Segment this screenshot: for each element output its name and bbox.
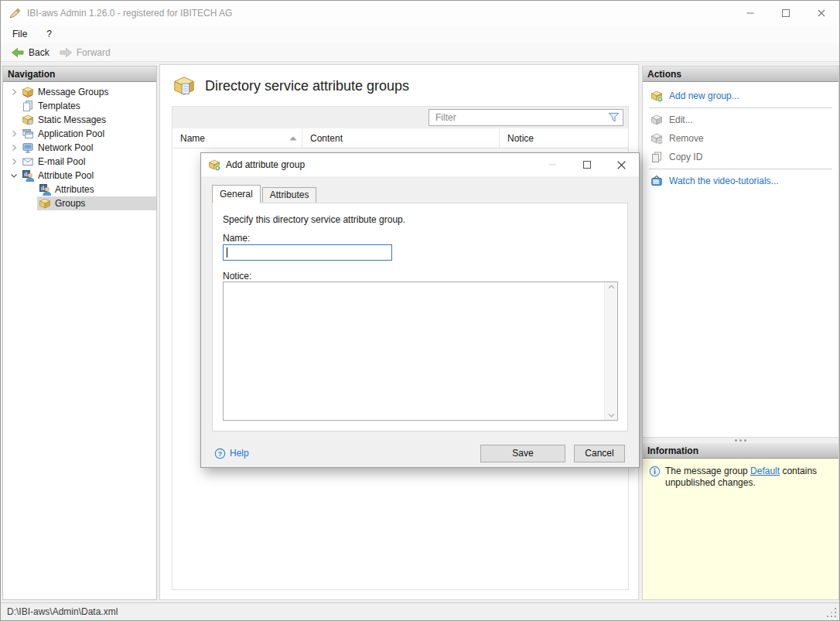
- notice-textarea[interactable]: [223, 281, 618, 421]
- actions-header: Actions: [643, 67, 838, 82]
- sidebar-item-application-pool[interactable]: Application Pool: [3, 127, 156, 141]
- back-button[interactable]: Back: [6, 45, 54, 60]
- dialog-title: Add attribute group: [226, 159, 534, 170]
- chevron-right-icon[interactable]: [8, 143, 20, 152]
- sidebar-item-static-messages[interactable]: Static Messages: [3, 113, 156, 127]
- item-label: E-mail Pool: [38, 156, 85, 167]
- chevron-right-icon[interactable]: [8, 157, 20, 166]
- add-attribute-group-dialog: Add attribute group General Attributes S…: [200, 152, 640, 468]
- forward-label: Forward: [77, 47, 111, 58]
- toolbar: Back Forward: [1, 43, 839, 62]
- column-header-content[interactable]: Content: [302, 128, 500, 148]
- filter-funnel-icon[interactable]: [608, 112, 620, 123]
- sidebar-item-email-pool[interactable]: E-mail Pool: [3, 155, 156, 169]
- sidebar-item-message-groups[interactable]: Message Groups: [3, 85, 156, 99]
- sort-ascending-icon: [289, 136, 297, 141]
- add-group-icon: [208, 159, 220, 171]
- table-header: Name Content Notice: [172, 128, 628, 148]
- templates-icon: [22, 100, 34, 112]
- dialog-close-button[interactable]: [604, 153, 639, 176]
- filter-band: [172, 107, 628, 128]
- statusbar: D:\IBI-aws\Admin\Data.xml: [1, 602, 839, 620]
- static-messages-icon: [22, 114, 34, 126]
- item-label: Network Pool: [38, 142, 93, 153]
- app-window: IBI-aws Admin 1.26.0 - registered for IB…: [0, 0, 840, 621]
- tab-attributes[interactable]: Attributes: [262, 187, 317, 203]
- minimize-icon: [548, 160, 557, 169]
- dialog-minimize-button: [534, 153, 569, 176]
- item-label: Attributes: [55, 184, 94, 195]
- item-label: Attribute Pool: [38, 170, 94, 181]
- svg-text:?: ?: [218, 449, 222, 457]
- sidebar-item-attribute-pool[interactable]: Attribute Pool: [3, 169, 156, 183]
- chevron-right-icon[interactable]: [8, 129, 20, 138]
- sidebar-item-templates[interactable]: Templates: [3, 99, 156, 113]
- dialog-titlebar: Add attribute group: [201, 153, 639, 176]
- sidebar-item-network-pool[interactable]: Network Pool: [3, 141, 156, 155]
- group-name-input[interactable]: [224, 245, 391, 260]
- separator: [649, 107, 832, 108]
- titlebar: IBI-aws Admin 1.26.0 - registered for IB…: [1, 1, 839, 25]
- scroll-up-icon[interactable]: [608, 285, 615, 289]
- filter-input[interactable]: [429, 109, 623, 126]
- close-icon: [817, 9, 826, 18]
- item-label: Static Messages: [38, 114, 106, 125]
- name-label: Name:: [223, 233, 250, 244]
- network-pool-icon: [22, 142, 34, 154]
- dialog-description: Specify this directory service attribute…: [223, 214, 405, 225]
- groups-icon: [39, 197, 51, 210]
- resize-grip[interactable]: [835, 616, 836, 617]
- remove-icon: [650, 132, 663, 145]
- dialog-footer: ? Help Save Cancel: [201, 444, 639, 462]
- tab-general[interactable]: General: [212, 185, 261, 203]
- default-group-link[interactable]: Default: [750, 466, 780, 476]
- scroll-down-icon[interactable]: [608, 413, 615, 418]
- item-label: Message Groups: [38, 87, 108, 97]
- forward-button[interactable]: Forward: [54, 45, 115, 60]
- back-arrow-icon: [11, 46, 25, 59]
- notice-label: Notice:: [223, 271, 251, 281]
- chevron-down-icon[interactable]: [8, 171, 20, 180]
- application-pool-icon: [22, 128, 34, 140]
- item-label: Templates: [38, 101, 80, 111]
- app-icon: [9, 7, 21, 19]
- sidebar-item-groups[interactable]: Groups: [3, 196, 156, 210]
- maximize-icon: [582, 160, 592, 169]
- navigation-tree: Message Groups Templates Static Messages…: [3, 82, 156, 210]
- add-group-icon: [650, 90, 663, 102]
- maximize-button[interactable]: [768, 1, 804, 25]
- panel-splitter[interactable]: [643, 437, 838, 443]
- chevron-right-icon[interactable]: [8, 87, 20, 97]
- tab-general-content: Specify this directory service attribute…: [212, 203, 628, 432]
- statusbar-path: D:\IBI-aws\Admin\Data.xml: [7, 606, 118, 617]
- menubar: File ?: [1, 25, 839, 43]
- dialog-maximize-button[interactable]: [569, 153, 604, 176]
- add-new-group-button[interactable]: Add new group...: [643, 87, 838, 105]
- close-button[interactable]: [804, 1, 839, 25]
- actions-panel: Add new group... Edit... Remove Copy ID …: [643, 82, 838, 437]
- help-link[interactable]: ? Help: [214, 448, 480, 459]
- menu-help[interactable]: ?: [39, 26, 60, 42]
- attribute-pool-icon: [22, 169, 34, 182]
- menu-file[interactable]: File: [5, 26, 35, 42]
- sidebar-item-attributes[interactable]: Attributes: [3, 183, 156, 196]
- edit-button[interactable]: Edit...: [643, 111, 838, 129]
- forward-arrow-icon: [59, 46, 73, 59]
- close-icon: [616, 160, 627, 170]
- column-header-notice[interactable]: Notice: [500, 128, 628, 148]
- item-label: Groups: [55, 198, 85, 209]
- scrollbar[interactable]: [604, 282, 617, 420]
- copy-id-button[interactable]: Copy ID: [643, 148, 838, 166]
- remove-button[interactable]: Remove: [643, 129, 838, 148]
- maximize-icon: [781, 9, 790, 18]
- email-pool-icon: [22, 155, 34, 168]
- navigation-header: Navigation: [3, 67, 156, 82]
- copy-icon: [650, 151, 663, 163]
- column-header-name[interactable]: Name: [172, 128, 302, 148]
- information-message: The message group Default contains unpub…: [665, 466, 831, 592]
- minimize-icon: [746, 9, 755, 18]
- save-button[interactable]: Save: [480, 445, 565, 462]
- minimize-button[interactable]: [732, 1, 768, 25]
- watch-tutorials-button[interactable]: Watch the video-tutorials...: [643, 172, 838, 190]
- cancel-button[interactable]: Cancel: [574, 445, 625, 462]
